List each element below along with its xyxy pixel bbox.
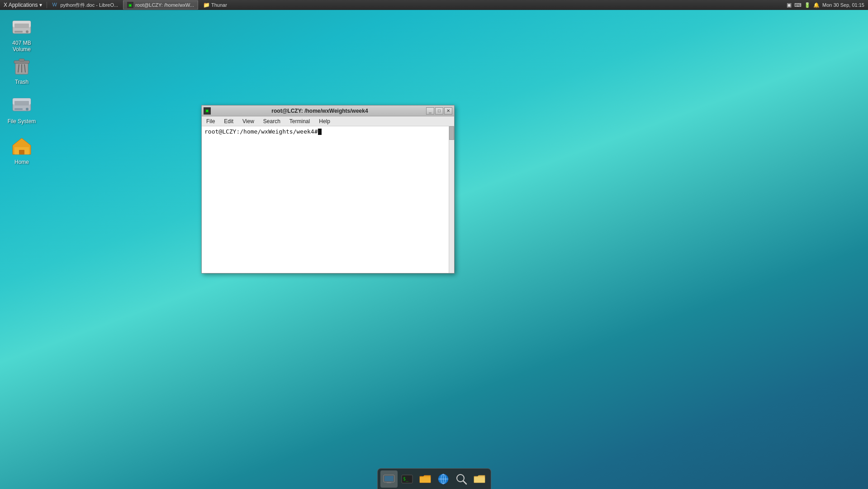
svg-point-14 xyxy=(26,108,28,110)
filesystem-label: File System xyxy=(8,118,36,125)
volume-icon xyxy=(11,16,33,38)
svg-point-3 xyxy=(26,30,28,33)
terminal-prompt-text: root@LCZY:/home/wxWeights/week4# xyxy=(204,128,318,135)
filesystem-icon xyxy=(11,95,33,116)
svg-rect-20 xyxy=(387,482,391,483)
taskbar-items: W python作件.doc - LibreO... ▣ root@LCZY: … xyxy=(48,0,783,10)
terminal-scrollbar[interactable] xyxy=(449,126,454,273)
svg-rect-13 xyxy=(14,101,29,105)
terminal-body[interactable]: root@LCZY:/home/wxWeights/week4# xyxy=(202,126,454,273)
taskbar-item-label-thunar: Thunar xyxy=(211,2,227,8)
panel-files-button[interactable] xyxy=(417,470,434,488)
panel-folder-button[interactable] xyxy=(471,470,488,488)
apps-menu-triangle: ▾ xyxy=(39,2,42,8)
terminal-menu-terminal[interactable]: Terminal xyxy=(285,116,314,126)
taskbar-item-thunar[interactable]: 📁 Thunar xyxy=(199,0,231,10)
apps-menu-label: X Applications xyxy=(4,2,38,8)
taskbar-separator-1 xyxy=(47,2,47,8)
terminal-menu-help[interactable]: Help xyxy=(314,116,335,126)
panel-terminal-button[interactable]: $_ xyxy=(398,470,416,488)
panel-browser-button[interactable] xyxy=(435,470,452,488)
taskbar-display-icon: ▣ xyxy=(787,2,792,8)
libreoffice-icon: W xyxy=(52,2,58,8)
svg-line-29 xyxy=(463,481,466,484)
desktop-icon-volume[interactable]: 407 MBVolume xyxy=(4,14,40,55)
terminal-titlebar: ▣ root@LCZY: /home/wxWeights/week4 _ □ ✕ xyxy=(202,105,454,116)
terminal-menu-search[interactable]: Search xyxy=(259,116,285,126)
trash-label: Trash xyxy=(15,79,28,85)
svg-rect-7 xyxy=(19,59,24,61)
trash-icon xyxy=(11,55,33,77)
panel-showdesktop-button[interactable] xyxy=(380,470,398,488)
terminal-minimize-button[interactable]: _ xyxy=(426,107,434,115)
taskbar-item-libreoffice[interactable]: W python作件.doc - LibreO... xyxy=(48,0,122,10)
thunar-task-icon: 📁 xyxy=(203,2,209,8)
desktop-icon-home[interactable]: Home xyxy=(4,134,40,167)
svg-rect-23 xyxy=(420,477,431,483)
volume-label: 407 MBVolume xyxy=(12,40,31,53)
svg-text:$_: $_ xyxy=(403,476,409,482)
svg-rect-30 xyxy=(474,477,485,483)
taskbar-right: ▣ ⌨ 🔋 🔔 Mon 30 Sep, 01:15 xyxy=(783,2,868,8)
terminal-window: ▣ root@LCZY: /home/wxWeights/week4 _ □ ✕… xyxy=(201,105,455,273)
terminal-scrollbar-thumb[interactable] xyxy=(449,126,454,140)
panel-search-button[interactable] xyxy=(453,470,470,488)
terminal-maximize-button[interactable]: □ xyxy=(435,107,443,115)
panel-bottom: $_ xyxy=(377,468,491,489)
taskbar-bell-icon: 🔔 xyxy=(813,2,820,8)
terminal-title-text: root@LCZY: /home/wxWeights/week4 xyxy=(213,108,426,114)
terminal-menu-edit[interactable]: Edit xyxy=(219,116,238,126)
home-icon xyxy=(11,135,33,157)
applications-menu[interactable]: X Applications ▾ xyxy=(0,1,46,9)
svg-rect-15 xyxy=(14,108,23,110)
taskbar-item-label-libreoffice: python作件.doc - LibreO... xyxy=(60,2,118,9)
taskbar-item-label-terminal: root@LCZY: /home/wxW... xyxy=(135,2,194,8)
svg-rect-2 xyxy=(14,24,29,28)
taskbar-top: X Applications ▾ W python作件.doc - LibreO… xyxy=(0,0,868,10)
terminal-prompt-line: root@LCZY:/home/wxWeights/week4# xyxy=(204,128,451,135)
terminal-menu-file[interactable]: File xyxy=(202,116,219,126)
terminal-menubar: File Edit View Search Terminal Help xyxy=(202,116,454,126)
taskbar-item-terminal[interactable]: ▣ root@LCZY: /home/wxW... xyxy=(123,0,198,10)
taskbar-battery-icon: 🔋 xyxy=(804,2,811,8)
desktop-icon-trash[interactable]: Trash xyxy=(4,53,40,87)
svg-rect-4 xyxy=(14,31,23,33)
terminal-task-icon: ▣ xyxy=(127,2,133,8)
home-label: Home xyxy=(14,159,29,165)
taskbar-datetime: Mon 30 Sep, 01:15 xyxy=(822,2,864,8)
terminal-controls: _ □ ✕ xyxy=(426,107,452,115)
taskbar-kbd-icon: ⌨ xyxy=(794,2,802,8)
terminal-title-icon: ▣ xyxy=(204,107,211,115)
svg-rect-17 xyxy=(19,150,24,154)
terminal-close-button[interactable]: ✕ xyxy=(444,107,452,115)
terminal-menu-view[interactable]: View xyxy=(238,116,259,126)
desktop-icon-filesystem[interactable]: File System xyxy=(4,93,40,126)
svg-rect-19 xyxy=(384,476,394,481)
terminal-cursor xyxy=(318,129,322,135)
